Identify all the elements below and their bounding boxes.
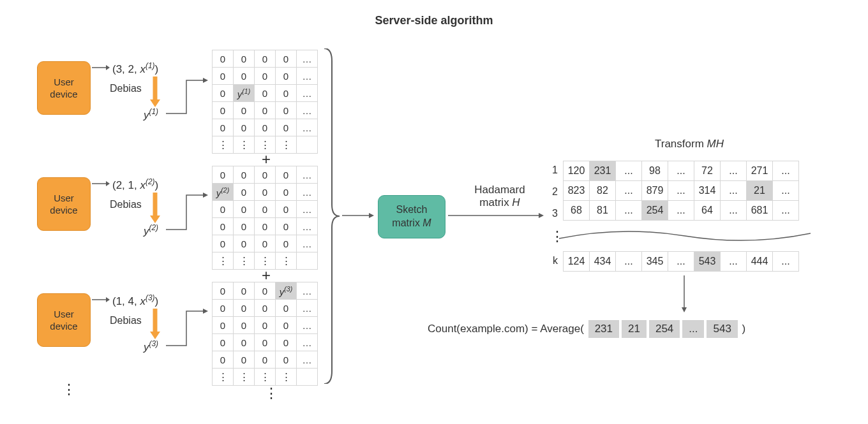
matrix-cell: 0 [234,334,255,351]
debias-arrow-3 [149,309,161,339]
count-value-chip: 254 [649,320,680,338]
matrix-cell: 0 [255,282,276,300]
matrix-cell: 0 [255,317,276,334]
mh-cell: 254 [642,201,668,221]
matrix-ellipsis: ⋮ [264,386,278,400]
plus-1: + [262,150,271,168]
matrix-cell: 0 [213,235,234,252]
matrix-cell: 0 [234,166,255,184]
matrix-cell: 0 [234,235,255,252]
matrix-cell: 0 [276,102,297,119]
matrix-cell: 0 [276,351,297,369]
arrow-device3-tuple [92,296,110,303]
matrix-cell: 0 [234,218,255,235]
matrix-cell: ⋮ [234,369,255,386]
matrix-cell: 0 [255,85,276,102]
summation-bracket-icon [323,48,341,384]
matrix-cell: ⋮ [276,136,297,154]
matrix-cell: … [297,85,318,102]
matrix-cell: … [297,317,318,334]
matrix-cell: 0 [276,334,297,351]
matrix-cell: ⋮ [213,252,234,270]
matrix-cell: 0 [276,201,297,218]
matrix-cell: … [297,334,318,351]
mh-cell: ... [721,201,747,221]
arrow-device2-tuple [92,180,110,187]
devices-ellipsis: ⋮ [62,383,76,397]
mh-cell: ... [721,181,747,201]
mh-cell: 879 [642,181,668,201]
arrow-to-sketch [342,212,374,219]
mh-cell: ... [616,161,642,181]
mh-cell: ... [773,161,799,181]
mh-matrix-bottom: 124434...345...543...444... [563,251,799,272]
matrix-cell: 0 [213,50,234,68]
svg-marker-7 [150,216,160,223]
mh-cell: ... [773,201,799,221]
matrix-cell: … [297,68,318,85]
matrix-cell: … [297,300,318,317]
mh-cell: ... [721,252,747,272]
mh-cell: 72 [694,161,721,181]
mh-cell: 681 [747,201,773,221]
user-device-2-label: User device [50,192,77,217]
matrix-cell [297,369,318,386]
svg-marker-5 [106,181,110,186]
mh-cell: ... [773,252,799,272]
mh-cell: 444 [747,252,773,272]
matrix-cell: 0 [276,68,297,85]
mh-cell: 21 [747,181,773,201]
diagram-title: Server-side algorithm [0,14,868,27]
matrix-cell: 0 [234,184,255,201]
matrix-cell: 0 [255,50,276,68]
matrix-cell: y(3) [276,282,297,300]
user-device-1-label: User device [50,76,77,101]
matrix-cell: 0 [255,119,276,136]
mh-cell: ... [616,181,642,201]
y-output-2: y(2) [144,223,158,238]
sparse-matrix-2: 0000…y(2)000…0000…0000…0000…⋮⋮⋮⋮ [212,166,318,270]
svg-marker-16 [369,213,374,218]
count-expression: Count(example.com) = Average( 23121254..… [428,320,745,338]
sparse-matrix-3: 000y(3)…0000…0000…0000…0000…⋮⋮⋮⋮ [212,282,318,386]
matrix-cell: 0 [255,334,276,351]
arrow-device1-tuple [92,64,110,71]
svg-marker-9 [106,297,110,302]
mh-rowlabel-3: 3 [545,208,558,219]
matrix-cell: … [297,218,318,235]
matrix-cell: y(2) [213,184,234,201]
matrix-cell: 0 [276,235,297,252]
matrix-cell: 0 [213,300,234,317]
mh-cell: 120 [564,161,590,181]
matrix-cell: 0 [213,218,234,235]
matrix-cell: 0 [276,218,297,235]
y-output-1: y(1) [144,107,158,122]
matrix-cell: 0 [255,218,276,235]
svg-marker-11 [150,332,160,339]
matrix-cell: … [297,184,318,201]
user-device-3-label: User device [50,308,77,333]
matrix-cell: 0 [255,235,276,252]
transform-mh-label: Transform MH [638,138,740,150]
matrix-cell: 0 [234,50,255,68]
count-prefix: Count(example.com) = Average( [428,323,587,335]
mh-cell: 345 [642,252,668,272]
mh-cell: 314 [694,181,721,201]
matrix-cell: ⋮ [276,252,297,270]
mh-cell: 98 [642,161,668,181]
count-suffix: ) [742,323,746,335]
mh-cell: ... [616,201,642,221]
matrix-cell: … [297,201,318,218]
debias-label-2: Debias [110,199,142,210]
count-value-chip: ... [682,320,704,338]
user-device-1: User device [37,61,91,115]
matrix-cell [297,252,318,270]
matrix-cell: ⋮ [234,136,255,154]
matrix-cell: 0 [255,68,276,85]
mh-cell: ... [721,161,747,181]
matrix-cell: 0 [234,119,255,136]
mh-cell: ... [668,201,694,221]
elbow-arrow-1 [166,77,209,116]
matrix-cell: … [297,102,318,119]
matrix-cell: 0 [234,351,255,369]
